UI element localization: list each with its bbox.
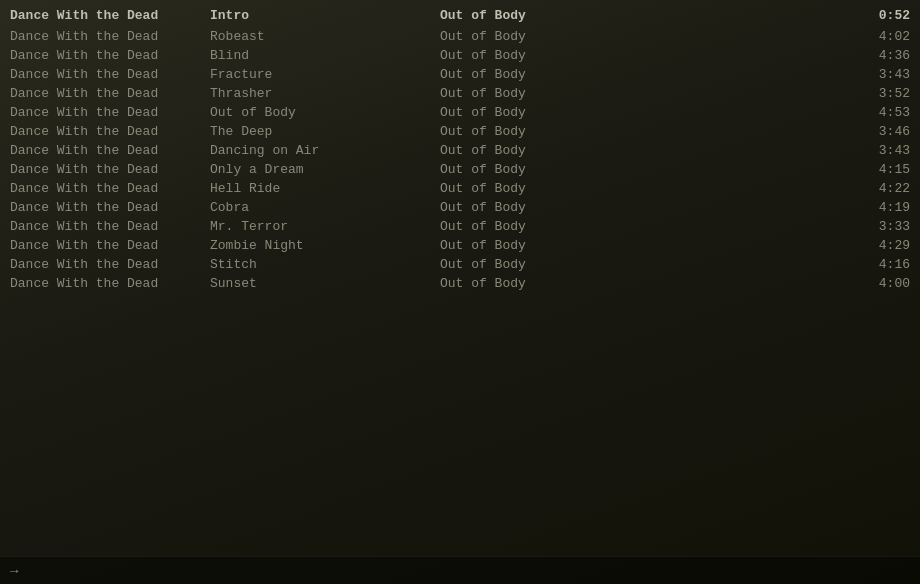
track-album: Out of Body: [440, 276, 850, 291]
track-artist: Dance With the Dead: [10, 105, 210, 120]
track-title: Robeast: [210, 29, 440, 44]
track-artist: Dance With the Dead: [10, 276, 210, 291]
track-artist: Dance With the Dead: [10, 124, 210, 139]
table-row[interactable]: Dance With the DeadOnly a DreamOut of Bo…: [0, 160, 920, 179]
track-duration: 4:16: [850, 257, 910, 272]
table-row[interactable]: Dance With the DeadThe DeepOut of Body3:…: [0, 122, 920, 141]
track-duration: 4:36: [850, 48, 910, 63]
track-title: Thrasher: [210, 86, 440, 101]
track-list-header: Dance With the Dead Intro Out of Body 0:…: [0, 6, 920, 25]
track-duration: 3:43: [850, 143, 910, 158]
track-artist: Dance With the Dead: [10, 162, 210, 177]
track-list: Dance With the Dead Intro Out of Body 0:…: [0, 0, 920, 299]
track-album: Out of Body: [440, 105, 850, 120]
track-artist: Dance With the Dead: [10, 181, 210, 196]
track-duration: 4:02: [850, 29, 910, 44]
track-duration: 4:15: [850, 162, 910, 177]
track-duration: 3:33: [850, 219, 910, 234]
table-row[interactable]: Dance With the DeadBlindOut of Body4:36: [0, 46, 920, 65]
track-title: Only a Dream: [210, 162, 440, 177]
table-row[interactable]: Dance With the DeadSunsetOut of Body4:00: [0, 274, 920, 293]
track-album: Out of Body: [440, 200, 850, 215]
track-duration: 4:22: [850, 181, 910, 196]
track-title: Zombie Night: [210, 238, 440, 253]
track-artist: Dance With the Dead: [10, 67, 210, 82]
header-artist: Dance With the Dead: [10, 8, 210, 23]
track-duration: 4:53: [850, 105, 910, 120]
track-album: Out of Body: [440, 86, 850, 101]
track-album: Out of Body: [440, 48, 850, 63]
track-album: Out of Body: [440, 67, 850, 82]
track-title: The Deep: [210, 124, 440, 139]
track-artist: Dance With the Dead: [10, 200, 210, 215]
track-artist: Dance With the Dead: [10, 143, 210, 158]
track-title: Fracture: [210, 67, 440, 82]
track-album: Out of Body: [440, 124, 850, 139]
table-row[interactable]: Dance With the DeadCobraOut of Body4:19: [0, 198, 920, 217]
track-album: Out of Body: [440, 219, 850, 234]
track-artist: Dance With the Dead: [10, 29, 210, 44]
track-artist: Dance With the Dead: [10, 257, 210, 272]
track-title: Dancing on Air: [210, 143, 440, 158]
track-album: Out of Body: [440, 143, 850, 158]
arrow-icon: →: [10, 563, 18, 579]
track-duration: 4:19: [850, 200, 910, 215]
header-title: Intro: [210, 8, 440, 23]
track-title: Out of Body: [210, 105, 440, 120]
table-row[interactable]: Dance With the DeadStitchOut of Body4:16: [0, 255, 920, 274]
track-album: Out of Body: [440, 238, 850, 253]
header-album: Out of Body: [440, 8, 850, 23]
table-row[interactable]: Dance With the DeadMr. TerrorOut of Body…: [0, 217, 920, 236]
track-duration: 4:29: [850, 238, 910, 253]
track-album: Out of Body: [440, 29, 850, 44]
track-artist: Dance With the Dead: [10, 219, 210, 234]
table-row[interactable]: Dance With the DeadZombie NightOut of Bo…: [0, 236, 920, 255]
track-album: Out of Body: [440, 181, 850, 196]
table-row[interactable]: Dance With the DeadOut of BodyOut of Bod…: [0, 103, 920, 122]
track-title: Cobra: [210, 200, 440, 215]
track-artist: Dance With the Dead: [10, 48, 210, 63]
track-album: Out of Body: [440, 162, 850, 177]
track-title: Hell Ride: [210, 181, 440, 196]
track-artist: Dance With the Dead: [10, 86, 210, 101]
table-row[interactable]: Dance With the DeadDancing on AirOut of …: [0, 141, 920, 160]
bottom-bar: →: [0, 556, 920, 584]
track-title: Sunset: [210, 276, 440, 291]
track-title: Mr. Terror: [210, 219, 440, 234]
track-duration: 3:43: [850, 67, 910, 82]
track-title: Stitch: [210, 257, 440, 272]
track-duration: 3:52: [850, 86, 910, 101]
table-row[interactable]: Dance With the DeadFractureOut of Body3:…: [0, 65, 920, 84]
table-row[interactable]: Dance With the DeadRobeastOut of Body4:0…: [0, 27, 920, 46]
track-artist: Dance With the Dead: [10, 238, 210, 253]
header-duration: 0:52: [850, 8, 910, 23]
table-row[interactable]: Dance With the DeadHell RideOut of Body4…: [0, 179, 920, 198]
track-title: Blind: [210, 48, 440, 63]
track-duration: 3:46: [850, 124, 910, 139]
track-album: Out of Body: [440, 257, 850, 272]
table-row[interactable]: Dance With the DeadThrasherOut of Body3:…: [0, 84, 920, 103]
track-duration: 4:00: [850, 276, 910, 291]
